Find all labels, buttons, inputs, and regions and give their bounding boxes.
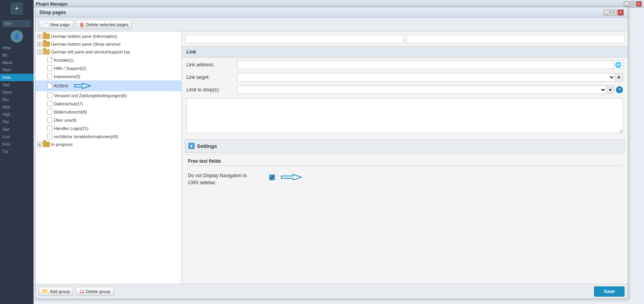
tree-item-label: rechtliche Vorabinformationen(43) [54, 134, 118, 139]
limit-shop-select[interactable] [237, 85, 607, 94]
search-input[interactable] [2, 20, 31, 27]
list-item[interactable]: rechtliche Vorabinformationen(43) [35, 132, 181, 140]
svg-marker-1 [281, 174, 302, 180]
top-input-1[interactable] [185, 35, 403, 43]
expander-icon[interactable]: − [37, 50, 42, 55]
page-icon [47, 133, 52, 139]
list-item[interactable]: + German bottom pane (Shop service) [35, 40, 181, 48]
list-item[interactable]: Datenschutz(7) [35, 100, 181, 108]
sidebar-item-the[interactable]: The [0, 118, 34, 126]
add-button[interactable]: + [11, 2, 23, 15]
page-icon [47, 83, 52, 89]
save-button[interactable]: Save [594, 286, 624, 297]
link-address-label: Link address: [186, 62, 237, 68]
avatar: 👤 [11, 30, 23, 43]
sidebar-item-hom[interactable]: Hom [0, 66, 34, 74]
list-item[interactable]: Kontakt(1) [35, 56, 181, 64]
page-icon [47, 125, 52, 131]
tree-panel: + German bottom pane (Information) + Ger… [35, 32, 182, 284]
expander-icon[interactable]: + [37, 34, 42, 39]
list-item[interactable]: Impressum(3) [35, 72, 181, 80]
dialog-minimize-btn[interactable]: _ [624, 1, 629, 7]
settings-title: Settings [197, 143, 217, 149]
link-form: Link address: 🌐 Link target: [182, 60, 628, 138]
sidebar-item-new[interactable]: New [0, 103, 34, 111]
sidebar-item-view[interactable]: View [0, 44, 34, 52]
link-target-select[interactable] [237, 73, 615, 82]
bottom-bar: 📁 Add group 🗂 Delete group Save [35, 284, 628, 299]
list-item[interactable]: Hilfe / Support(2) [35, 64, 181, 72]
nav-display-checkbox[interactable] [269, 174, 275, 180]
sidebar-item-spe[interactable]: Spe [0, 126, 34, 133]
shop-pages-controls: _ □ ✕ [603, 9, 624, 16]
new-page-icon: 📄 [42, 21, 49, 28]
limit-shop-select-wrap: ▼ ? [237, 85, 623, 94]
sidebar-item-high[interactable]: High [0, 111, 34, 118]
link-target-label: Link target: [186, 75, 237, 80]
page-icon [47, 92, 52, 98]
link-section: Link Link address: 🌐 Link target: [182, 46, 628, 138]
free-text-title: Free text fields [188, 158, 621, 166]
list-item[interactable]: Händler-Login(21) [35, 124, 181, 132]
list-item[interactable]: + German bottom pane (Information) [35, 32, 181, 40]
sidebar-item-insta[interactable]: Insta [0, 74, 34, 81]
limit-select-arrow-icon: ▼ [607, 85, 614, 94]
tree-item-label: German bottom pane (Shop service) [51, 42, 121, 46]
link-address-input[interactable] [237, 60, 614, 69]
globe-button[interactable]: 🌐 [614, 60, 623, 69]
new-page-button[interactable]: 📄 New page [39, 20, 73, 29]
top-input-2[interactable] [406, 35, 625, 43]
shop-pages-title: Shop pages [39, 10, 66, 15]
sidebar-item-rec[interactable]: Rec [0, 96, 34, 103]
free-text-section: Free text fields Do not Display Navigati… [185, 154, 624, 192]
link-section-title: Link [186, 49, 196, 55]
list-item[interactable]: Widerrufsrecht(8) [35, 108, 181, 116]
dialog-titlebar: Plugin Manager _ □ ✕ [34, 0, 644, 8]
link-textarea[interactable] [186, 98, 623, 133]
checkbox-arrow-annotation [278, 173, 302, 181]
shop-pages-minimize-btn[interactable]: _ [603, 9, 610, 16]
tree-item-label: German left pane and service/support top [51, 50, 130, 54]
sidebar-item-tra[interactable]: Tra [0, 148, 34, 155]
shop-pages-dialog: Shop pages _ □ ✕ 📄 New page 🗑 Delete sel… [35, 7, 628, 299]
page-icon [47, 65, 52, 71]
add-group-icon: 📁 [42, 288, 48, 294]
add-group-button[interactable]: 📁 Add group [39, 287, 73, 296]
bottom-left-buttons: 📁 Add group 🗂 Delete group [39, 287, 114, 296]
sidebar-item-upd[interactable]: Upd [0, 81, 34, 89]
list-item[interactable]: Über uns(9) [35, 116, 181, 124]
sidebar-item-my[interactable]: My [0, 52, 34, 59]
sidebar-item-disco[interactable]: Disco [0, 89, 34, 96]
link-address-row: Link address: 🌐 [186, 60, 623, 69]
right-panel: Link Link address: 🌐 Link target: [182, 32, 628, 284]
sidebar-item-lice[interactable]: Lice [0, 133, 34, 140]
top-inputs [182, 32, 628, 45]
settings-toggle[interactable]: ▼ Settings [188, 143, 621, 149]
delete-group-button[interactable]: 🗂 Delete group [76, 287, 114, 296]
help-button[interactable]: ? [616, 86, 623, 93]
shop-pages-maximize-btn[interactable]: □ [610, 9, 617, 16]
shop-pages-close-btn[interactable]: ✕ [617, 9, 624, 16]
list-item[interactable]: + In progress [35, 140, 181, 148]
sidebar-item-mana[interactable]: Mana [0, 59, 34, 66]
list-item[interactable]: AGB(4) [35, 80, 181, 91]
page-icon [47, 73, 52, 79]
expander-icon[interactable]: + [37, 42, 42, 47]
link-target-row: Link target: ▼ [186, 73, 623, 82]
svg-marker-0 [75, 83, 91, 89]
arrow-annotation [71, 82, 91, 90]
expander-icon[interactable]: + [37, 142, 42, 147]
toolbar: 📄 New page 🗑 Delete selected pages [35, 18, 628, 32]
tree-item-label: Über uns(9) [54, 118, 76, 123]
link-target-select-wrap: ▼ [237, 73, 623, 82]
delete-pages-icon: 🗑 [79, 21, 85, 28]
folder-icon [43, 142, 50, 147]
dialog-maximize-btn[interactable]: □ [630, 1, 635, 7]
list-item[interactable]: − German left pane and service/support t… [35, 48, 181, 56]
tree-item-label: Hilfe / Support(2) [54, 66, 86, 71]
sidebar-item-exte[interactable]: Exte [0, 140, 34, 148]
tree-item-label: Datenschutz(7) [54, 101, 83, 106]
dialog-close-btn[interactable]: ✕ [636, 1, 642, 7]
list-item[interactable]: Versand und Zahlungsbedingungen(6) [35, 91, 181, 100]
delete-pages-button[interactable]: 🗑 Delete selected pages [76, 20, 132, 29]
